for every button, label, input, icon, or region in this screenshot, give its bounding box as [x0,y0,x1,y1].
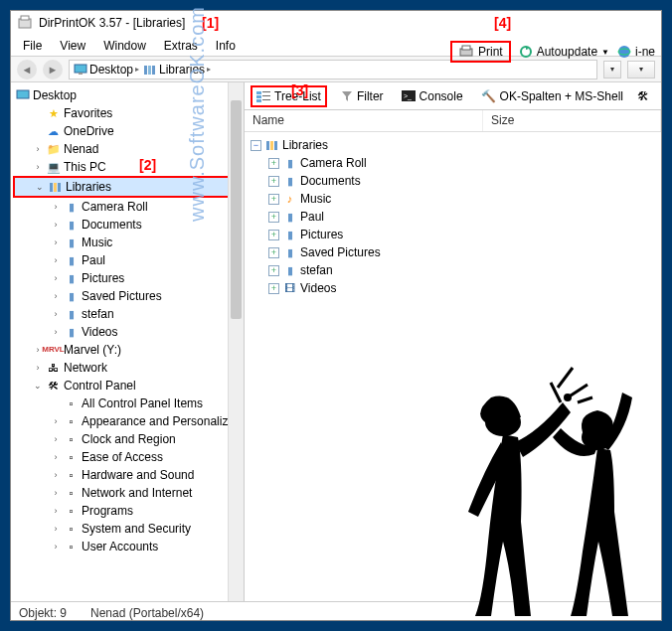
svg-rect-9 [144,66,147,75]
column-size[interactable]: Size [483,110,661,131]
autoupdate-button[interactable]: Autoupdate ▼ [519,45,609,59]
tree-item-libraries[interactable]: ⌄Libraries [13,176,242,198]
tree-item-marvel[interactable]: ›MRVLMarvel (Y:) [13,341,242,359]
print-button[interactable]: Print [450,41,511,63]
tree-item[interactable]: ›▫Programs [13,502,242,520]
library-icon: ▮ [64,236,79,250]
column-name[interactable]: Name [245,110,483,131]
tree-item[interactable]: ›▮Documents [13,216,242,234]
controlpanel-icon: 🛠 [46,379,61,394]
tree-item-favorites[interactable]: ★Favorites [13,104,242,122]
tree-item-thispc[interactable]: ›💻This PC [13,158,242,176]
nav-fwd-button[interactable]: ► [43,60,63,79]
svg-rect-25 [270,141,273,150]
treelist-icon [256,90,270,102]
menu-info[interactable]: Info [208,37,244,55]
tree-item[interactable]: ›▮Saved Pictures [13,287,242,305]
menu-extras[interactable]: Extras [156,37,206,55]
tree-item[interactable]: ›▫Clock and Region [13,430,242,448]
folder-icon: 📁 [46,142,61,157]
tree-item-onedrive[interactable]: ☁OneDrive [13,122,242,140]
expand-icon[interactable]: + [268,247,279,258]
file-tree-item[interactable]: +▮stefan [251,261,655,279]
tree-item[interactable]: ›▫Hardware and Sound [13,466,242,484]
chevron-down-icon: ▼ [601,48,609,57]
tree-item-nenad[interactable]: ›📁Nenad [13,140,242,158]
library-icon: ▮ [282,228,297,242]
cp-icon: ▫ [64,504,79,519]
tree-item[interactable]: ›▫Ease of Access [13,448,242,466]
menu-window[interactable]: Window [95,37,154,55]
tree-item[interactable]: ›▮Videos [13,323,242,341]
content-pane: Tree-List Filter >_ Console 🔨 OK-Spalten… [245,82,661,601]
file-tree-item[interactable]: +▮Pictures [251,226,655,243]
expand-icon[interactable]: + [268,176,279,187]
tree-item[interactable]: ›▫System and Security [13,520,242,538]
svg-rect-26 [274,141,277,150]
tree-item[interactable]: ›▮Paul [13,251,242,269]
file-tree-item[interactable]: +▮Camera Roll [251,154,655,172]
menu-view[interactable]: View [52,37,93,55]
okspalten-button[interactable]: 🔨 OK-Spalten + MS-Shell [477,87,627,105]
svg-rect-1 [21,16,29,20]
tools-icon[interactable]: 🛠 [637,89,649,103]
cp-icon: ▫ [64,432,79,447]
expand-icon[interactable]: + [268,283,279,294]
expand-icon[interactable]: + [268,158,279,169]
tree-item[interactable]: ›▮Pictures [13,269,242,287]
svg-rect-24 [266,141,269,150]
breadcrumb-desktop[interactable]: Desktop [89,63,133,77]
tree-root[interactable]: Desktop [13,86,242,104]
tree-item-network[interactable]: ›🖧Network [13,359,242,377]
inet-button[interactable]: i-ne [617,45,655,59]
dropdown-2[interactable]: ▾ [627,61,655,79]
top-right-buttons: Print Autoupdate ▼ i-ne [450,41,655,63]
file-tree-item[interactable]: +▮Paul [251,208,655,226]
cloud-icon: ☁ [46,124,61,139]
tree-item[interactable]: ▫All Control Panel Items [13,394,242,412]
nav-back-button[interactable]: ◄ [17,60,37,79]
view-toolbar: Tree-List Filter >_ Console 🔨 OK-Spalten… [245,82,661,110]
dropdown-1[interactable]: ▾ [603,61,621,79]
tree-item[interactable]: ›▮Music [13,234,242,251]
library-icon: ▮ [64,200,79,215]
breadcrumb-libraries[interactable]: Libraries [159,63,205,77]
expand-icon[interactable]: + [268,194,279,205]
chevron-right-icon: ▸ [207,65,211,74]
library-icon: ▮ [282,245,297,260]
file-tree-root[interactable]: − Libraries [251,136,655,154]
monitor-icon [74,64,87,76]
menu-file[interactable]: File [15,37,50,55]
collapse-icon[interactable]: − [251,140,261,151]
status-user: Nenad (Portabel/x64) [90,606,204,620]
svg-rect-19 [262,95,270,96]
window-title: DirPrintOK 3.57 - [Libraries] [39,16,185,30]
file-tree-item[interactable]: +▮Saved Pictures [251,243,655,261]
filter-button[interactable]: Filter [337,87,388,105]
autoupdate-label: Autoupdate [537,45,597,59]
console-button[interactable]: >_ Console [398,87,467,105]
svg-rect-7 [75,65,86,73]
tree-item[interactable]: ›▫Appearance and Personalizat [13,412,242,430]
tree-item[interactable]: ›▮stefan [13,305,242,323]
expand-icon[interactable]: + [268,230,279,240]
expand-icon[interactable]: + [268,212,279,223]
refresh-icon [519,45,533,59]
tree-item-controlpanel[interactable]: ⌄🛠Control Panel [13,377,242,394]
tree-item[interactable]: ›▫Network and Internet [13,484,242,502]
scrollbar-vertical[interactable] [228,82,244,601]
cp-icon: ▫ [64,522,79,537]
treelist-button[interactable]: Tree-List [251,85,327,107]
folder-tree-pane: Desktop ★Favorites ☁OneDrive ›📁Nenad ›💻T… [11,82,245,601]
file-tree-item[interactable]: +▮Documents [251,172,655,190]
tree-item[interactable]: ›▫User Accounts [13,538,242,555]
file-tree-item[interactable]: +♪Music [251,190,655,208]
tree-item[interactable]: ›▮Camera Roll [13,198,242,216]
svg-rect-13 [50,183,53,192]
svg-point-5 [618,46,630,58]
library-icon: ▮ [64,289,79,304]
app-icon [17,15,33,31]
expand-icon[interactable]: + [268,265,279,276]
file-tree-item[interactable]: +🎞Videos [251,279,655,297]
filter-icon [341,90,353,102]
